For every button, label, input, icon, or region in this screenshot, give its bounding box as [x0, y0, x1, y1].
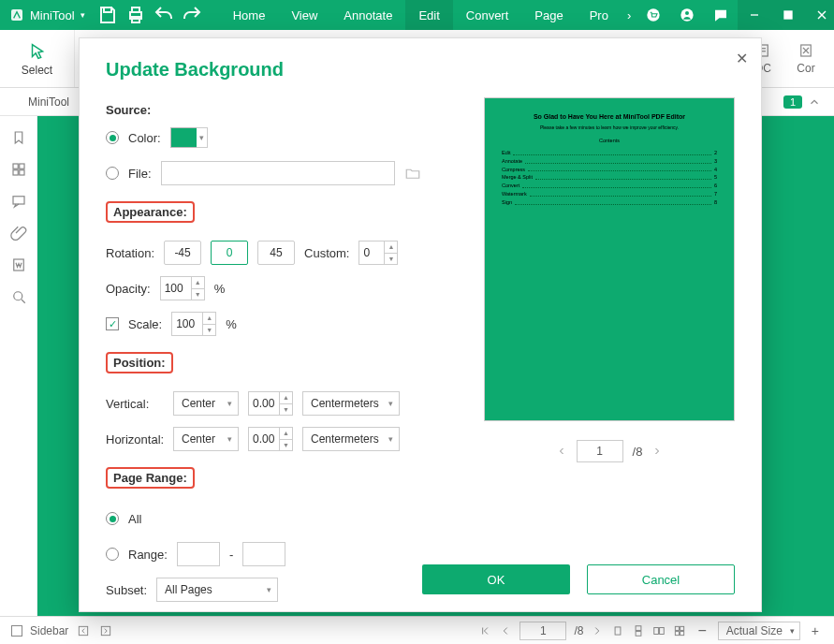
sb-prev-icon[interactable]: [76, 623, 91, 638]
range-custom-radio[interactable]: [106, 548, 119, 561]
document-tab[interactable]: MiniTool: [17, 92, 80, 112]
chevron-down-icon: ▾: [197, 127, 208, 148]
preview-toc-line: Annotate3: [502, 157, 717, 166]
svg-rect-28: [636, 625, 642, 630]
custom-rotation-input[interactable]: 0▲▼: [358, 241, 398, 265]
close-icon[interactable]: ✕: [736, 50, 748, 67]
page-input[interactable]: 1: [519, 622, 566, 640]
zoom-in-button[interactable]: +: [808, 623, 823, 638]
subset-select[interactable]: All Pages: [156, 578, 278, 602]
scale-label: Scale:: [128, 317, 162, 331]
source-file-radio[interactable]: [106, 167, 119, 180]
view-continuous-icon[interactable]: [632, 624, 645, 637]
spinner-icon[interactable]: ▲▼: [202, 313, 215, 335]
redo-icon[interactable]: [181, 4, 203, 26]
scale-checkbox[interactable]: [106, 317, 119, 330]
rotation-45-button[interactable]: 45: [257, 241, 295, 265]
search-icon[interactable]: [10, 288, 27, 305]
first-page-icon[interactable]: [478, 624, 491, 637]
source-color-radio[interactable]: [106, 131, 119, 144]
svg-rect-25: [102, 626, 110, 635]
cancel-button[interactable]: Cancel: [587, 564, 735, 594]
maximize-icon[interactable]: [771, 0, 805, 30]
select-tool[interactable]: Select: [0, 30, 75, 87]
tab-view[interactable]: View: [278, 0, 330, 30]
zoom-select[interactable]: Actual Size: [718, 622, 800, 640]
svg-rect-29: [636, 631, 642, 636]
comments-icon[interactable]: [10, 193, 27, 210]
tab-edit[interactable]: Edit: [405, 0, 452, 30]
svg-rect-18: [13, 170, 18, 175]
ok-button[interactable]: OK: [422, 564, 570, 594]
range-sep: -: [229, 548, 233, 562]
zoom-out-button[interactable]: −: [694, 622, 710, 639]
view-grid-icon[interactable]: [673, 624, 686, 637]
preview-page-input[interactable]: 1: [577, 440, 623, 462]
sb-next-icon[interactable]: [98, 623, 113, 638]
horizontal-unit-select[interactable]: Centermeters: [302, 427, 400, 451]
spinner-icon[interactable]: ▲▼: [279, 428, 292, 450]
next-page-icon[interactable]: [651, 446, 663, 457]
menubar: MiniTool ▾ Home View Annotate Edit Conve…: [0, 0, 834, 30]
user-icon[interactable]: [670, 0, 704, 30]
vertical-unit-select[interactable]: Centermeters: [302, 391, 400, 416]
tab-pro[interactable]: Pro: [577, 0, 622, 30]
spinner-icon[interactable]: ▲▼: [384, 242, 397, 264]
thumbnails-icon[interactable]: [10, 161, 27, 178]
chat-icon[interactable]: [704, 0, 738, 30]
minimize-icon[interactable]: [738, 0, 771, 30]
dialog-title: Update Background: [80, 38, 761, 97]
rotation-0-button[interactable]: 0: [211, 241, 248, 265]
prev-page-icon[interactable]: [499, 624, 512, 637]
range-to-input[interactable]: [242, 542, 285, 566]
attachments-icon[interactable]: [10, 225, 27, 242]
view-single-icon[interactable]: [611, 624, 624, 637]
spinner-icon[interactable]: ▲▼: [191, 277, 204, 300]
tab-page[interactable]: Page: [521, 0, 576, 30]
tab-convert[interactable]: Convert: [453, 0, 522, 30]
save-icon[interactable]: [96, 4, 119, 26]
color-picker[interactable]: ▾: [170, 127, 208, 148]
sidebar-checkbox[interactable]: [11, 625, 22, 637]
horizontal-label: Horizontal:: [106, 432, 164, 446]
color-swatch: [170, 127, 197, 148]
ribbon-item-cor[interactable]: Cor: [789, 42, 823, 75]
bookmark-icon[interactable]: [10, 129, 27, 146]
range-all-radio[interactable]: [106, 512, 119, 525]
update-background-dialog: ✕ Update Background Source: Color: ▾ Fil…: [79, 37, 762, 612]
horizontal-align-select[interactable]: Center: [173, 427, 239, 451]
vertical-align-select[interactable]: Center: [173, 391, 239, 416]
print-icon[interactable]: [124, 4, 147, 26]
svg-rect-9: [784, 11, 792, 19]
sidebar: [0, 116, 37, 616]
undo-icon[interactable]: [153, 4, 175, 26]
chevron-up-icon[interactable]: [808, 95, 821, 109]
tab-home[interactable]: Home: [220, 0, 279, 30]
scale-input[interactable]: 100▲▼: [171, 312, 216, 336]
view-facing-icon[interactable]: [652, 624, 666, 637]
cart-icon[interactable]: [636, 0, 670, 30]
custom-label: Custom:: [304, 246, 349, 260]
tab-annotate[interactable]: Annotate: [330, 0, 405, 30]
vertical-offset-input[interactable]: 0.00▲▼: [248, 391, 293, 416]
horizontal-offset-input[interactable]: 0.00▲▼: [248, 427, 293, 451]
rotation-neg45-button[interactable]: -45: [164, 241, 201, 265]
position-heading: Position:: [106, 352, 173, 373]
prev-page-icon[interactable]: [556, 446, 567, 457]
file-path-input[interactable]: [161, 161, 395, 185]
folder-icon[interactable]: [404, 165, 421, 182]
opacity-input[interactable]: 100▲▼: [160, 276, 205, 300]
preview-toc-line: Convert6: [502, 182, 717, 190]
svg-point-7: [685, 11, 689, 15]
next-page-icon[interactable]: [591, 624, 604, 637]
word-icon[interactable]: [10, 256, 27, 273]
svg-rect-32: [676, 626, 680, 630]
close-window-icon[interactable]: [805, 0, 834, 30]
preview-toc-line: Merge & Split5: [502, 173, 717, 182]
statusbar: Sidebar 1 /8 − Actual Size +: [0, 616, 834, 644]
tabs-overflow-icon[interactable]: ›: [622, 0, 636, 30]
brand-dropdown-icon[interactable]: ▾: [80, 10, 85, 20]
svg-point-22: [13, 292, 22, 300]
range-from-input[interactable]: [177, 542, 220, 566]
spinner-icon[interactable]: ▲▼: [279, 392, 292, 415]
